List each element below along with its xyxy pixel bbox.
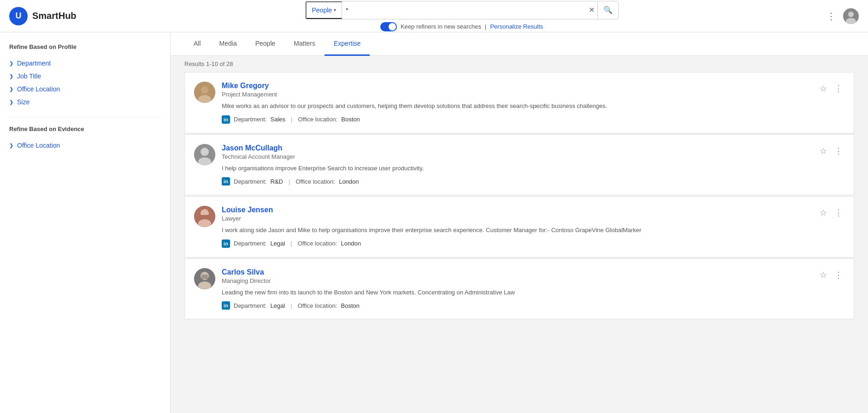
linkedin-icon: in bbox=[222, 239, 230, 248]
search-filter-label: People bbox=[312, 6, 332, 14]
result-description: I work along side Jason and Mike to help… bbox=[222, 226, 811, 235]
keep-refiners-toggle[interactable] bbox=[380, 22, 397, 31]
result-name[interactable]: Louise Jensen bbox=[222, 206, 811, 214]
bookmark-button[interactable]: ☆ bbox=[818, 82, 829, 96]
result-job-title: Lawyer bbox=[222, 215, 811, 222]
sidebar-item-size[interactable]: ❯ Size bbox=[9, 96, 161, 108]
results-summary: Results 1-10 of 28 bbox=[171, 56, 868, 72]
result-name[interactable]: Jason McCullagh bbox=[222, 144, 811, 152]
result-card-top: Louise Jensen Lawyer I work along side J… bbox=[194, 206, 844, 248]
result-actions: ☆ ⋮ bbox=[818, 268, 844, 282]
sidebar-item-job-title[interactable]: ❯ Job Title bbox=[9, 70, 161, 83]
meta-separator: | bbox=[289, 178, 290, 185]
location-label: Office location: bbox=[298, 302, 337, 309]
result-actions: ☆ ⋮ bbox=[818, 206, 844, 220]
app-name: SmartHub bbox=[32, 11, 77, 21]
header-right: ⋮ bbox=[813, 8, 859, 24]
user-avatar[interactable] bbox=[843, 8, 859, 24]
search-clear-button[interactable]: ✕ bbox=[586, 6, 597, 14]
meta-separator: | bbox=[290, 302, 292, 309]
result-name[interactable]: Carlos Silva bbox=[222, 268, 811, 276]
sidebar-item-label: Job Title bbox=[17, 72, 41, 80]
meta-separator: | bbox=[290, 240, 292, 247]
department-label: Department: bbox=[234, 302, 267, 309]
location-value: Boston bbox=[341, 116, 360, 123]
search-bar: People ▾ ✕ 🔍 bbox=[305, 1, 619, 19]
header-more-icon[interactable]: ⋮ bbox=[827, 11, 836, 22]
svg-rect-16 bbox=[201, 275, 208, 279]
chevron-right-icon: ❯ bbox=[9, 86, 13, 92]
bookmark-button[interactable]: ☆ bbox=[818, 144, 829, 158]
sidebar-item-department[interactable]: ❯ Department bbox=[9, 57, 161, 70]
more-options-button[interactable]: ⋮ bbox=[833, 82, 844, 96]
result-card-top: Jason McCullagh Technical Account Manage… bbox=[194, 144, 844, 186]
result-meta: in Department: R&D | Office location: Lo… bbox=[222, 177, 811, 186]
profile-section-title: Refine Based on Profile bbox=[9, 43, 161, 50]
result-job-title: Project Management bbox=[222, 91, 811, 98]
bookmark-button[interactable]: ☆ bbox=[818, 268, 829, 282]
results-list: Mike Gregory Project Management Mike wor… bbox=[171, 72, 868, 334]
sidebar-item-label: Office Location bbox=[17, 142, 60, 149]
svg-point-1 bbox=[848, 12, 854, 17]
sidebar-item-label: Department bbox=[17, 60, 51, 67]
department-label: Department: bbox=[234, 240, 267, 247]
search-submit-button[interactable]: 🔍 bbox=[597, 1, 618, 19]
tab-people[interactable]: People bbox=[246, 32, 285, 56]
bookmark-button[interactable]: ☆ bbox=[818, 206, 829, 220]
tab-media[interactable]: Media bbox=[210, 32, 246, 56]
result-main-carlos-silva: Carlos Silva Managing Director Leading t… bbox=[222, 268, 811, 310]
department-value: R&D bbox=[271, 178, 283, 185]
department-value: Sales bbox=[271, 116, 286, 123]
result-card-top: Mike Gregory Project Management Mike wor… bbox=[194, 82, 844, 124]
location-label: Office location: bbox=[295, 178, 335, 185]
chevron-down-icon: ▾ bbox=[334, 7, 336, 12]
department-label: Department: bbox=[234, 178, 267, 185]
location-label: Office location: bbox=[298, 116, 337, 123]
location-value: London bbox=[341, 240, 361, 247]
svg-point-6 bbox=[201, 86, 208, 94]
logo-icon: U bbox=[9, 7, 28, 25]
chevron-right-icon: ❯ bbox=[9, 143, 13, 149]
result-job-title: Technical Account Manager bbox=[222, 153, 811, 160]
result-card-jason-mccullagh: Jason McCullagh Technical Account Manage… bbox=[184, 134, 854, 196]
more-options-button[interactable]: ⋮ bbox=[833, 268, 844, 282]
more-options-button[interactable]: ⋮ bbox=[833, 144, 844, 158]
result-card-louise-jensen: Louise Jensen Lawyer I work along side J… bbox=[184, 196, 854, 257]
sidebar-item-label: Size bbox=[17, 98, 30, 106]
meta-separator: | bbox=[291, 116, 292, 123]
result-card-mike-gregory: Mike Gregory Project Management Mike wor… bbox=[184, 72, 854, 133]
location-value: London bbox=[339, 178, 359, 185]
search-filter-button[interactable]: People ▾ bbox=[306, 1, 342, 19]
location-value: Boston bbox=[341, 302, 360, 309]
tab-matters[interactable]: Matters bbox=[284, 32, 325, 56]
personalize-results-link[interactable]: Personalize Results bbox=[490, 23, 543, 30]
keep-refiners-label: Keep refiners in new searches bbox=[401, 23, 481, 30]
sidebar-divider bbox=[9, 117, 161, 117]
avatar-mike-gregory bbox=[194, 82, 215, 103]
sidebar-item-office-location-evidence[interactable]: ❯ Office Location bbox=[9, 139, 161, 152]
sidebar-item-office-location-profile[interactable]: ❯ Office Location bbox=[9, 83, 161, 96]
search-icon: 🔍 bbox=[603, 6, 613, 14]
location-label: Office location: bbox=[298, 240, 337, 247]
result-main-louise-jensen: Louise Jensen Lawyer I work along side J… bbox=[222, 206, 811, 248]
separator: | bbox=[485, 23, 486, 30]
result-main-mike-gregory: Mike Gregory Project Management Mike wor… bbox=[222, 82, 811, 124]
more-options-button[interactable]: ⋮ bbox=[833, 206, 844, 220]
tab-all[interactable]: All bbox=[184, 32, 210, 56]
search-input[interactable] bbox=[342, 6, 585, 14]
result-actions: ☆ ⋮ bbox=[818, 144, 844, 158]
evidence-section-title: Refine Based on Evidence bbox=[9, 126, 161, 132]
department-label: Department: bbox=[234, 116, 267, 123]
linkedin-icon: in bbox=[222, 301, 230, 310]
tabs-bar: All Media People Matters Expertise bbox=[171, 32, 868, 56]
avatar-louise-jensen bbox=[194, 206, 215, 227]
linkedin-icon: in bbox=[222, 177, 230, 186]
result-job-title: Managing Director bbox=[222, 277, 811, 284]
department-value: Legal bbox=[271, 240, 285, 247]
content-area: All Media People Matters Expertise Resul… bbox=[171, 32, 868, 413]
result-main-jason-mccullagh: Jason McCullagh Technical Account Manage… bbox=[222, 144, 811, 186]
tab-expertise[interactable]: Expertise bbox=[325, 32, 370, 56]
search-options-bar: Keep refiners in new searches | Personal… bbox=[380, 22, 543, 31]
result-name[interactable]: Mike Gregory bbox=[222, 82, 811, 90]
department-value: Legal bbox=[271, 302, 285, 309]
